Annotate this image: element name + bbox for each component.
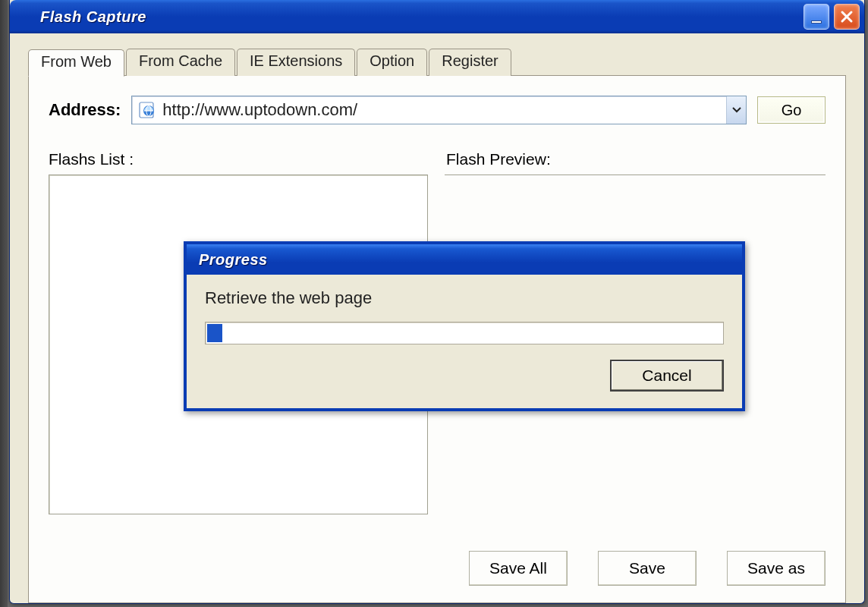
tab-from-web[interactable]: From Web	[28, 49, 124, 77]
chevron-down-icon	[732, 107, 741, 113]
minimize-icon	[811, 20, 822, 24]
address-value: http://www.uptodown.com/	[162, 100, 726, 120]
tab-register[interactable]: Register	[429, 49, 511, 76]
close-button[interactable]	[834, 4, 860, 30]
save-as-button[interactable]: Save as	[727, 551, 826, 586]
address-combobox[interactable]: http://www.uptodown.com/	[131, 96, 747, 124]
save-button[interactable]: Save	[598, 551, 697, 586]
ie-page-icon	[137, 99, 158, 121]
address-label: Address:	[49, 100, 121, 120]
flashs-list-label: Flashs List :	[49, 150, 428, 168]
flash-preview-label: Flash Preview:	[446, 150, 826, 168]
button-row: Save All Save Save as	[469, 551, 826, 586]
left-edge-shadow	[0, 0, 8, 607]
progress-dialog-title[interactable]: Progress	[187, 244, 742, 275]
progress-message: Retrieve the web page	[205, 288, 724, 308]
tab-pane-from-web: Address: http://www.uptodown.com/	[28, 75, 846, 603]
minimize-button[interactable]	[804, 4, 829, 30]
progress-dialog-buttons: Cancel	[205, 360, 724, 392]
progress-bar	[205, 322, 724, 344]
titlebar[interactable]: Flash Capture	[10, 0, 864, 33]
window-title: Flash Capture	[40, 8, 804, 26]
tab-from-cache[interactable]: From Cache	[126, 49, 235, 76]
address-row: Address: http://www.uptodown.com/	[49, 96, 826, 124]
tab-ie-extensions[interactable]: IE Extensions	[237, 49, 355, 76]
progress-dialog: Progress Retrieve the web page Cancel	[184, 241, 745, 411]
address-dropdown-button[interactable]	[726, 96, 746, 124]
titlebar-buttons	[804, 4, 860, 30]
tab-bar: From Web From Cache IE Extensions Option…	[28, 49, 846, 76]
client-area: From Web From Cache IE Extensions Option…	[10, 33, 864, 603]
cancel-button[interactable]: Cancel	[610, 360, 724, 392]
progress-dialog-body: Retrieve the web page Cancel	[187, 275, 742, 408]
progress-fill	[207, 324, 222, 342]
tab-option[interactable]: Option	[357, 49, 427, 76]
main-window: Flash Capture From Web From Cache IE Ext…	[9, 0, 865, 604]
close-icon	[840, 10, 854, 24]
save-all-button[interactable]: Save All	[469, 551, 568, 586]
go-button[interactable]: Go	[757, 96, 826, 124]
